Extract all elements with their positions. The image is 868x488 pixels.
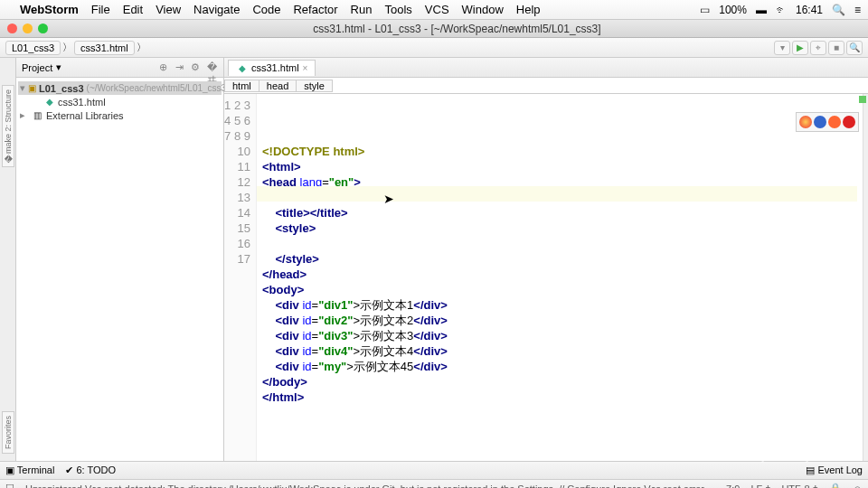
terminal-tab[interactable]: ▣ Terminal bbox=[5, 465, 54, 476]
menu-edit[interactable]: Edit bbox=[123, 3, 143, 16]
menu-vcs[interactable]: VCS bbox=[425, 3, 449, 16]
editor-tab-label: css31.html bbox=[251, 62, 299, 73]
notifications-icon[interactable]: ≡ bbox=[854, 4, 861, 16]
window-title: css31.html - L01_css3 - [~/WorkSpeac/new… bbox=[53, 23, 861, 35]
bottom-toolbar: ▣ Terminal ✔ 6: TODO ▤ Event Log bbox=[0, 461, 868, 479]
hector-icon[interactable]: ☺ bbox=[853, 483, 863, 489]
menu-window[interactable]: Window bbox=[462, 3, 504, 16]
insert-lock-icon[interactable]: 🔒 bbox=[829, 483, 842, 488]
crumb-file[interactable]: css31.html bbox=[74, 41, 135, 55]
tree-file-label: css31.html bbox=[58, 97, 106, 108]
bp-head[interactable]: head bbox=[259, 80, 297, 92]
spotlight-icon[interactable]: 🔍 bbox=[832, 4, 845, 16]
screen-icon[interactable]: ▭ bbox=[700, 4, 710, 16]
chevron-right-icon[interactable]: ▸ bbox=[20, 109, 29, 121]
run-button[interactable]: ▶ bbox=[792, 41, 808, 55]
battery-icon: ▬ bbox=[756, 4, 767, 16]
editor-area: ◆ css31.html × html head style 1 2 3 4 5… bbox=[224, 58, 868, 461]
mac-menubar: WebStorm File Edit View Navigate Code Re… bbox=[0, 0, 868, 20]
tree-external-label: External Libraries bbox=[46, 110, 124, 121]
html-file-icon: ◆ bbox=[236, 62, 248, 74]
battery-text: 100% bbox=[719, 4, 747, 16]
menu-tools[interactable]: Tools bbox=[384, 3, 411, 16]
mouse-cursor: ➤ bbox=[383, 192, 394, 207]
project-panel: Project ▾ ⊕ ⇥ ⚙ �ヰ ▾ ▣ L01_css3 (~/WorkS… bbox=[16, 58, 224, 461]
clock: 16:41 bbox=[796, 4, 823, 16]
status-message[interactable]: Unregistered Vcs root detected: The dire… bbox=[25, 483, 715, 489]
status-icon[interactable]: ☐ bbox=[5, 483, 14, 488]
left-gutter: �make 2: Structure Favorites bbox=[0, 58, 16, 461]
search-everywhere-button[interactable]: 🔍 bbox=[846, 41, 863, 55]
folder-icon: ▣ bbox=[28, 82, 36, 94]
source-text[interactable]: ➤ <!DOCTYPE html> <html> <head lang="en"… bbox=[257, 94, 863, 461]
bp-style[interactable]: style bbox=[297, 80, 333, 92]
editor-tabs: ◆ css31.html × bbox=[224, 58, 868, 78]
todo-tab[interactable]: ✔ 6: TODO bbox=[65, 465, 116, 476]
menu-app[interactable]: WebStorm bbox=[20, 3, 79, 16]
gear-icon[interactable]: ⚙ bbox=[189, 61, 202, 74]
favorites-tool-tab[interactable]: Favorites bbox=[2, 411, 14, 454]
run-config-dropdown[interactable]: ▾ bbox=[774, 41, 790, 55]
library-icon: ▥ bbox=[32, 109, 43, 121]
tree-root[interactable]: ▾ ▣ L01_css3 (~/WorkSpeac/newhtml5/L01_c… bbox=[18, 81, 222, 95]
tree-root-path: (~/WorkSpeac/newhtml5/L01_css3) bbox=[87, 83, 230, 93]
nav-breadcrumb: L01_css3 〉 css31.html 〉 ▾ ▶ ⌖ ■ 🔍 bbox=[0, 38, 868, 58]
caret-position[interactable]: 7:9 bbox=[726, 483, 740, 489]
html-file-icon: ◆ bbox=[43, 96, 55, 108]
project-panel-header: Project ▾ ⊕ ⇥ ⚙ �ヰ bbox=[16, 58, 223, 78]
event-log-tab[interactable]: ▤ Event Log bbox=[806, 465, 863, 476]
window-zoom-button[interactable] bbox=[38, 23, 48, 33]
window-close-button[interactable] bbox=[7, 23, 17, 33]
window-titlebar: css31.html - L01_css3 - [~/WorkSpeac/new… bbox=[0, 20, 868, 38]
menu-help[interactable]: Help bbox=[516, 3, 541, 16]
close-icon[interactable]: × bbox=[303, 63, 308, 73]
menu-view[interactable]: View bbox=[156, 3, 181, 16]
collapse-icon[interactable]: ⇥ bbox=[173, 61, 185, 74]
encoding[interactable]: UTF-8 ‡ bbox=[781, 483, 817, 489]
project-view-label[interactable]: Project bbox=[22, 62, 52, 73]
hide-icon[interactable]: �ヰ bbox=[205, 61, 218, 74]
line-numbers: 1 2 3 4 5 6 7 8 9 10 11 12 13 14 15 16 1… bbox=[224, 94, 257, 461]
scroll-to-icon[interactable]: ⊕ bbox=[156, 61, 169, 74]
tree-external[interactable]: ▸ ▥ External Libraries bbox=[18, 108, 222, 122]
stop-button[interactable]: ■ bbox=[828, 41, 844, 55]
editor-breadcrumb[interactable]: html head style bbox=[224, 78, 868, 94]
editor-tab[interactable]: ◆ css31.html × bbox=[228, 60, 316, 76]
status-bar: ☐ Unregistered Vcs root detected: The di… bbox=[0, 479, 868, 488]
project-tree[interactable]: ▾ ▣ L01_css3 (~/WorkSpeac/newhtml5/L01_c… bbox=[16, 78, 223, 126]
menu-file[interactable]: File bbox=[91, 3, 110, 16]
tree-root-label: L01_css3 bbox=[39, 83, 84, 94]
menu-refactor[interactable]: Refactor bbox=[293, 3, 337, 16]
structure-tool-tab[interactable]: �make 2: Structure bbox=[2, 85, 14, 167]
menu-code[interactable]: Code bbox=[252, 3, 280, 16]
menu-run[interactable]: Run bbox=[351, 3, 373, 16]
wifi-icon[interactable]: ᯤ bbox=[776, 4, 787, 16]
watermark: 极客学院 jikexueyuan.com bbox=[754, 416, 863, 463]
window-minimize-button[interactable] bbox=[23, 23, 33, 33]
line-separator[interactable]: LF ‡ bbox=[750, 483, 770, 489]
bp-html[interactable]: html bbox=[224, 80, 259, 92]
right-gutter bbox=[863, 94, 868, 461]
chevron-down-icon[interactable]: ▾ bbox=[20, 82, 25, 94]
chevron-right-icon: 〉 bbox=[137, 41, 146, 54]
menu-navigate[interactable]: Navigate bbox=[193, 3, 240, 16]
chevron-right-icon: 〉 bbox=[62, 41, 72, 54]
crumb-project[interactable]: L01_css3 bbox=[5, 41, 61, 55]
code-editor[interactable]: 1 2 3 4 5 6 7 8 9 10 11 12 13 14 15 16 1… bbox=[224, 94, 868, 461]
chevron-down-icon[interactable]: ▾ bbox=[56, 61, 61, 73]
tree-file[interactable]: ◆ css31.html bbox=[18, 95, 222, 108]
debug-button[interactable]: ⌖ bbox=[810, 41, 826, 55]
